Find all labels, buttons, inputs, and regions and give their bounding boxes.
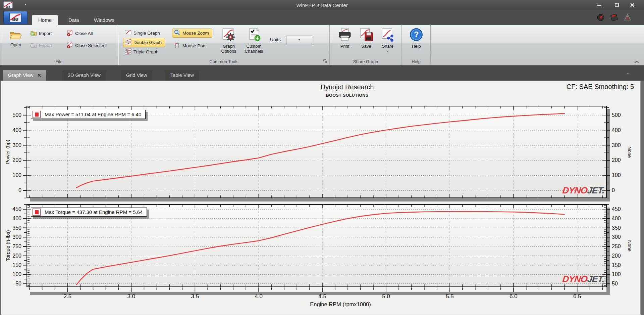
custom-channels-button[interactable]: Custom Channels [242,28,266,54]
graph-options-button[interactable]: Graph Options [218,28,240,54]
svg-text:5.0: 5.0 [382,293,390,300]
power-right-axis-label: None [625,106,634,198]
svg-text:200: 200 [612,157,621,163]
mouse-zoom-button[interactable]: Mouse Zoom [172,29,212,38]
series-marker-icon [33,209,41,216]
power-legend-text: Max Power = 511.04 at Engine RPM = 6.40 [43,111,141,117]
help-button[interactable]: ? Help [406,28,426,49]
export-csv-icon: CSV [31,42,37,49]
share-button[interactable]: Share ▼ [378,28,397,53]
close-all-button[interactable]: Close All [65,29,96,38]
share-nodes-icon [381,28,395,43]
svg-text:200: 200 [612,253,621,259]
dynojet-logo: DYNOJET. [520,185,605,196]
svg-text:100: 100 [612,271,621,277]
open-button[interactable]: Open [5,27,27,57]
ribbon-tab-row: W8 Home Data Windows [0,10,644,25]
group-label-share-graph: Share Graph [330,59,401,64]
custom-channels-icon [247,28,261,43]
tab-graph-view[interactable]: Graph View [3,70,46,81]
device-icon[interactable] [610,13,618,21]
folder-icon [9,30,22,42]
close-tab-icon[interactable] [38,74,41,77]
svg-text:6.0: 6.0 [509,293,518,300]
magnifier-icon [174,29,180,37]
ribbon-tab-home[interactable]: Home [32,15,58,25]
chevron-down-icon: ▼ [298,38,301,41]
correction-factor-text: CF: SAE Smoothing: 5 [567,83,634,91]
svg-text:500: 500 [612,112,621,118]
collapse-ribbon-icon[interactable] [634,59,639,63]
application-menu-button[interactable]: W8 [3,11,28,24]
minimize-button[interactable] [594,2,604,8]
winpep-window: W8 ▼ WinPEP 8 Data Center W8 Home Data W… [0,0,644,315]
svg-text:150: 150 [12,262,21,268]
svg-text:400: 400 [612,127,621,133]
power-legend[interactable]: Max Power = 511.04 at Engine RPM = 6.40 [31,110,146,119]
svg-text:200: 200 [12,253,21,259]
maximize-button[interactable] [612,2,622,8]
ribbon-tab-windows[interactable]: Windows [88,15,120,25]
hand-icon [174,42,180,50]
triple-graph-button[interactable]: Triple Graph [123,47,162,56]
svg-text:400: 400 [12,216,21,221]
series-marker-icon [33,111,41,118]
double-graph-button[interactable]: Double Graph [123,38,165,47]
ribbon-tab-data[interactable]: Data [62,15,85,25]
power-axis-label: Power (hp) [3,106,12,198]
svg-text:450: 450 [612,206,621,212]
import-csv-icon: CSV [31,30,37,37]
tab-3d-graph-view[interactable]: 3D Graph View [62,70,106,81]
torque-legend-text: Max Torque = 437.30 at Engine RPM = 5.64 [43,209,143,215]
close-all-icon [67,30,73,37]
import-button[interactable]: CSV Import [29,29,55,38]
svg-text:450: 450 [12,206,21,212]
svg-text:100: 100 [612,172,621,178]
torque-right-axis-label: None [625,204,634,287]
group-label-file: File [0,59,118,64]
svg-text:0: 0 [18,187,21,193]
svg-text:0: 0 [612,187,615,193]
floppy-disk-icon [359,28,373,43]
svg-text:3.0: 3.0 [127,293,136,300]
group-label-common-tools: Common Tools [118,59,329,64]
mouse-pan-button[interactable]: Mouse Pan [172,41,209,50]
svg-text:400: 400 [612,216,621,221]
svg-text:250: 250 [612,243,621,249]
titlebar: W8 ▼ WinPEP 8 Data Center [0,0,644,10]
svg-text:300: 300 [612,142,621,148]
svg-text:?: ? [414,30,419,39]
units-label: Units [270,37,281,42]
save-button[interactable]: Save [357,28,376,49]
tab-list-dropdown-icon[interactable]: ▼ [627,72,629,75]
svg-text:3.5: 3.5 [191,293,199,300]
svg-text:500: 500 [12,112,21,118]
close-selected-button[interactable]: Close Selected [65,41,109,50]
tab-grid-view[interactable]: Grid View [121,70,153,81]
torque-legend[interactable]: Max Torque = 437.30 at Engine RPM = 5.64 [31,208,147,217]
ribbon-group-file: Open CSV Import CSV Export Close All [0,25,118,65]
torque-chart-plot[interactable]: 2.53.03.54.04.55.05.56.06.55050100100150… [0,204,644,305]
chevron-down-icon: ▼ [387,50,389,53]
group-label-help: Help [402,59,430,64]
ribbon-group-help: ? Help Help [402,25,431,65]
tab-table-view[interactable]: Table View [165,70,199,81]
svg-text:4.0: 4.0 [255,293,263,300]
units-dropdown[interactable]: ▼ [286,36,312,44]
single-graph-button[interactable]: Single Graph [123,29,163,38]
export-button[interactable]: CSV Export [29,41,55,50]
close-button[interactable] [627,2,637,8]
svg-text:6.5: 6.5 [573,293,581,300]
triple-graph-icon [125,48,131,56]
svg-text:W8: W8 [12,17,18,22]
help-question-icon: ? [409,28,423,43]
single-graph-icon [125,29,131,37]
svg-text:400: 400 [12,127,21,133]
svg-text:50: 50 [612,281,618,286]
gauge-icon[interactable] [597,13,605,21]
svg-text:CSV: CSV [31,45,35,47]
emblem-icon[interactable] [624,13,632,21]
svg-text:50: 50 [15,281,21,286]
svg-text:350: 350 [12,225,21,231]
print-button[interactable]: Print [335,28,354,49]
